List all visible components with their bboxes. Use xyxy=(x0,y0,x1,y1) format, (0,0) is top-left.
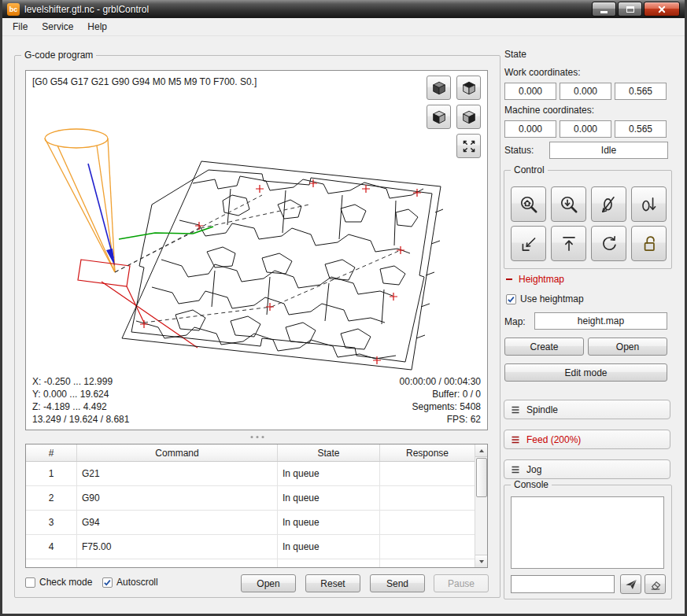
minimize-icon xyxy=(600,11,608,13)
view-left-button[interactable] xyxy=(456,105,481,129)
reset-button[interactable] xyxy=(591,226,626,261)
control-group-title: Control xyxy=(511,164,548,175)
app-icon: bc xyxy=(7,3,20,16)
safe-position-button[interactable] xyxy=(551,226,586,261)
stat-dimensions: 13.249 / 19.624 / 8.681 xyxy=(32,413,129,426)
console-input[interactable] xyxy=(511,575,615,593)
zero-xy-icon xyxy=(599,194,619,215)
column-command[interactable]: Command xyxy=(77,444,278,461)
cell-state: In queue xyxy=(278,511,380,534)
stat-time: 00:00:00 / 00:04:30 xyxy=(400,375,481,388)
z-probe-button[interactable] xyxy=(551,186,586,222)
table-row[interactable]: 5 G00 Z1.0000 In queue xyxy=(26,559,487,568)
cell-state: In queue xyxy=(278,535,380,559)
jog-panel-label: Jog xyxy=(526,464,541,475)
feed-panel-header[interactable]: Feed (200%) xyxy=(504,430,670,449)
splitter-handle[interactable] xyxy=(251,436,264,438)
cell-response xyxy=(380,462,475,485)
restore-origin-icon xyxy=(519,234,539,254)
minimize-button[interactable] xyxy=(592,2,616,17)
table-row[interactable]: 3 G94 In queue xyxy=(26,511,487,535)
heightmap-panel-header[interactable]: Heightmap xyxy=(504,274,564,285)
table-row[interactable]: 4 F75.00 In queue xyxy=(26,535,487,559)
open-file-button[interactable]: Open xyxy=(241,574,296,592)
work-coordinates-row: 0.000 0.000 0.565 xyxy=(504,83,667,100)
scrollbar-thumb[interactable] xyxy=(476,458,487,497)
program-controls-bar: Check mode Autoscroll Open Reset Send Pa… xyxy=(25,574,488,593)
close-button[interactable] xyxy=(644,2,680,17)
column-number[interactable]: # xyxy=(26,444,77,461)
zero-z-icon xyxy=(639,194,659,215)
cell-number: 3 xyxy=(26,511,77,534)
checkbox-checked-icon xyxy=(102,577,113,588)
console-send-button[interactable] xyxy=(620,574,641,594)
state-section-title: State xyxy=(504,49,526,60)
use-heightmap-label: Use heightmap xyxy=(520,293,584,304)
view-isometric-button[interactable] xyxy=(427,76,451,100)
fit-view-button[interactable] xyxy=(456,134,481,158)
visualizer[interactable]: [G0 G54 G17 G21 G90 G94 M0 M5 M9 T0 F700… xyxy=(25,70,488,430)
unlock-icon xyxy=(639,234,659,254)
pause-button: Pause xyxy=(434,574,489,592)
table-scrollbar[interactable] xyxy=(475,444,487,567)
maximize-icon xyxy=(626,6,634,13)
maximize-button[interactable] xyxy=(618,2,642,17)
titlebar[interactable]: bc levelshifter.gtl.nc - grblControl xyxy=(2,0,685,18)
jog-panel-header[interactable]: Jog xyxy=(504,459,670,479)
check-mode-label: Check mode xyxy=(39,577,92,588)
autoscroll-label: Autoscroll xyxy=(116,577,158,588)
autoscroll-checkbox[interactable]: Autoscroll xyxy=(102,577,158,588)
safe-position-icon xyxy=(559,234,579,254)
spindle-panel-header[interactable]: Spindle xyxy=(504,400,670,419)
home-search-icon xyxy=(519,194,539,215)
eraser-icon xyxy=(648,577,663,592)
cell-command: G94 xyxy=(77,511,278,534)
zero-xy-button[interactable] xyxy=(591,186,626,222)
stat-x-range: X: -0.250 ... 12.999 xyxy=(32,375,129,388)
map-label: Map: xyxy=(504,316,526,327)
viewport-stats-left: X: -0.250 ... 12.999 Y: 0.000 ... 19.624… xyxy=(32,375,129,426)
check-mode-checkbox[interactable]: Check mode xyxy=(25,577,92,588)
menu-help[interactable]: Help xyxy=(80,19,114,35)
zero-z-button[interactable] xyxy=(631,186,667,222)
home-button[interactable] xyxy=(511,186,546,222)
stat-segments: Segments: 5408 xyxy=(400,400,481,413)
cube-front-icon xyxy=(430,109,448,126)
heightmap-open-button[interactable]: Open xyxy=(588,338,667,356)
console-output[interactable] xyxy=(511,496,664,569)
table-row[interactable]: 2 G90 In queue xyxy=(26,486,487,511)
probe-search-icon xyxy=(559,194,579,215)
work-coordinates-label: Work coordinates: xyxy=(504,67,581,78)
console-clear-button[interactable] xyxy=(645,574,666,594)
tool-cone-graphic xyxy=(45,129,115,272)
scroll-up-button[interactable] xyxy=(475,444,487,457)
edit-mode-button[interactable]: Edit mode xyxy=(504,363,667,382)
status-value: Idle xyxy=(549,142,668,159)
restore-origin-button[interactable] xyxy=(511,226,546,261)
program-table[interactable]: # Command State Response 1 G21 In queue … xyxy=(25,444,488,568)
map-file-field[interactable]: height.map xyxy=(534,312,667,330)
use-heightmap-checkbox[interactable]: Use heightmap xyxy=(506,293,584,304)
column-state[interactable]: State xyxy=(278,444,380,461)
column-response[interactable]: Response xyxy=(380,444,475,461)
viewport-stats-right: 00:00:00 / 00:04:30 Buffer: 0 / 0 Segmen… xyxy=(400,375,481,426)
reset-icon xyxy=(599,234,619,254)
position-markers-graphic xyxy=(140,179,421,364)
view-top-button[interactable] xyxy=(456,76,481,100)
gcode-header-line: [G0 G54 G17 G21 G90 G94 M0 M5 M9 T0 F700… xyxy=(32,76,257,87)
toolpath-lines-graphic xyxy=(122,161,443,370)
hamburger-icon xyxy=(511,435,520,444)
checkbox-checked-icon xyxy=(506,294,516,304)
table-row[interactable]: 1 G21 In queue xyxy=(26,462,487,486)
scroll-down-button[interactable] xyxy=(475,555,487,567)
control-group: Control xyxy=(504,170,672,269)
reset-button-bottom[interactable]: Reset xyxy=(305,574,360,592)
menu-service[interactable]: Service xyxy=(35,19,80,35)
send-button[interactable]: Send xyxy=(370,574,425,592)
view-front-button[interactable] xyxy=(427,105,451,129)
heightmap-create-button[interactable]: Create xyxy=(504,338,584,356)
menu-file[interactable]: File xyxy=(6,19,35,35)
table-header: # Command State Response xyxy=(26,444,487,462)
console-group: Console xyxy=(504,485,672,599)
unlock-button[interactable] xyxy=(631,226,667,261)
